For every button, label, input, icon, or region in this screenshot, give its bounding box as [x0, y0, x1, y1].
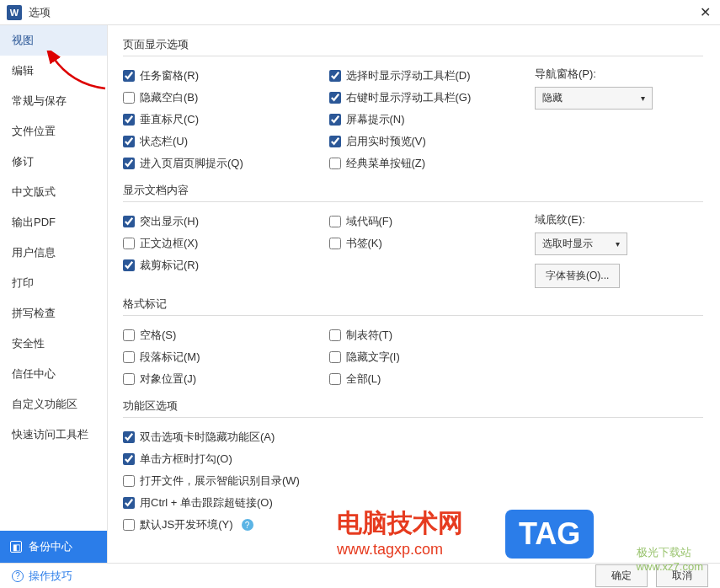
backup-label: 备份中心	[29, 539, 72, 554]
chevron-down-icon: ▾	[616, 239, 620, 249]
chk-hidden-text[interactable]: 隐藏文字(I)	[329, 346, 536, 368]
divider	[123, 417, 703, 418]
field-shading-dropdown[interactable]: 选取时显示 ▾	[535, 233, 627, 255]
section-title: 功能区选项	[123, 398, 703, 414]
sidebar-item-edit[interactable]: 编辑	[0, 56, 107, 86]
footer: ? 操作技巧 确定 取消	[0, 563, 720, 588]
sidebar-item-user-info[interactable]: 用户信息	[0, 238, 107, 268]
sidebar-item-spellcheck[interactable]: 拼写检查	[0, 298, 107, 329]
help-icon: ?	[12, 570, 24, 582]
chk-field-codes[interactable]: 域代码(F)	[329, 211, 536, 233]
section-ribbon-options: 功能区选项 双击选项卡时隐藏功能区(A) 单击方框时打勾(O) 打开文件，展示智…	[123, 398, 703, 536]
chk-live-preview[interactable]: 启用实时预览(V)	[329, 131, 536, 152]
close-icon[interactable]: ✕	[696, 4, 713, 21]
section-format-marks: 格式标记 空格(S) 段落标记(M) 对象位置(J) 制表符(T) 隐藏文字(I…	[123, 297, 703, 390]
chk-click-box-tick[interactable]: 单击方框时打勾(O)	[123, 448, 703, 470]
chk-default-js-env[interactable]: 默认JS开发环境(Y)?	[123, 514, 703, 536]
chk-bookmarks[interactable]: 书签(K)	[329, 233, 536, 254]
chk-screen-tips[interactable]: 屏幕提示(N)	[329, 109, 536, 131]
operation-tips-link[interactable]: ? 操作技巧	[12, 569, 72, 584]
chk-open-show-toc[interactable]: 打开文件，展示智能识别目录(W)	[123, 470, 703, 492]
section-title: 页面显示选项	[123, 37, 703, 52]
sidebar-item-file-location[interactable]: 文件位置	[0, 116, 107, 147]
section-title: 显示文档内容	[123, 183, 703, 198]
backup-icon: ◧	[10, 541, 22, 553]
app-icon: W	[7, 5, 22, 20]
chk-select-float-toolbar[interactable]: 选择时显示浮动工具栏(D)	[329, 65, 536, 87]
chk-status-bar[interactable]: 状态栏(U)	[123, 131, 329, 152]
sidebar-items: 视图 编辑 常规与保存 文件位置 修订 中文版式 输出PDF 用户信息 打印 拼…	[0, 25, 107, 531]
section-page-display: 页面显示选项 任务窗格(R) 隐藏空白(B) 垂直标尺(C) 状态栏(U) 进入…	[123, 37, 703, 174]
content-panel: 页面显示选项 任务窗格(R) 隐藏空白(B) 垂直标尺(C) 状态栏(U) 进入…	[108, 25, 720, 563]
cancel-button[interactable]: 取消	[656, 564, 708, 587]
sidebar-item-chinese-layout[interactable]: 中文版式	[0, 177, 107, 207]
sidebar-item-security[interactable]: 安全性	[0, 329, 107, 359]
section-doc-content: 显示文档内容 突出显示(H) 正文边框(X) 裁剪标记(R) 域代码(F) 书签…	[123, 183, 703, 288]
sidebar-item-view[interactable]: 视图	[0, 25, 107, 56]
chk-all[interactable]: 全部(L)	[329, 368, 536, 390]
chk-task-pane[interactable]: 任务窗格(R)	[123, 65, 329, 87]
chk-highlight[interactable]: 突出显示(H)	[123, 211, 329, 233]
chk-paragraph-marks[interactable]: 段落标记(M)	[123, 346, 329, 368]
sidebar-item-trust-center[interactable]: 信任中心	[0, 359, 107, 389]
backup-center-button[interactable]: ◧ 备份中心	[0, 531, 107, 563]
sidebar-item-print[interactable]: 打印	[0, 268, 107, 298]
chk-classic-menu[interactable]: 经典菜单按钮(Z)	[329, 152, 536, 174]
divider	[123, 201, 703, 202]
sidebar-item-general-save[interactable]: 常规与保存	[0, 86, 107, 116]
chk-dblclick-hide-ribbon[interactable]: 双击选项卡时隐藏功能区(A)	[123, 426, 703, 448]
ok-button[interactable]: 确定	[595, 564, 648, 587]
chk-object-position[interactable]: 对象位置(J)	[123, 368, 329, 390]
nav-pane-dropdown[interactable]: 隐藏 ▾	[535, 87, 653, 110]
field-shading-label: 域底纹(E):	[535, 211, 703, 233]
chk-tabs[interactable]: 制表符(T)	[329, 324, 536, 346]
sidebar-item-quick-access[interactable]: 快速访问工具栏	[0, 420, 107, 450]
divider	[123, 315, 703, 316]
chk-header-footer-tip[interactable]: 进入页眉页脚提示(Q)	[123, 152, 329, 174]
chevron-down-icon: ▾	[641, 94, 645, 103]
chk-hide-blank[interactable]: 隐藏空白(B)	[123, 87, 329, 109]
sidebar-item-output-pdf[interactable]: 输出PDF	[0, 207, 107, 238]
sidebar-item-revision[interactable]: 修订	[0, 147, 107, 177]
chk-text-border[interactable]: 正文边框(X)	[123, 233, 329, 254]
section-title: 格式标记	[123, 297, 703, 312]
sidebar-item-custom-ribbon[interactable]: 自定义功能区	[0, 389, 107, 420]
chk-spaces[interactable]: 空格(S)	[123, 324, 329, 346]
info-icon[interactable]: ?	[242, 519, 253, 531]
chk-crop-marks[interactable]: 裁剪标记(R)	[123, 254, 329, 276]
titlebar: W 选项 ✕	[0, 0, 720, 25]
chk-ctrl-click-hyperlink[interactable]: 用Ctrl + 单击跟踪超链接(O)	[123, 492, 703, 514]
chk-vertical-ruler[interactable]: 垂直标尺(C)	[123, 109, 329, 131]
window-title: 选项	[29, 5, 696, 20]
main-area: 视图 编辑 常规与保存 文件位置 修订 中文版式 输出PDF 用户信息 打印 拼…	[0, 25, 720, 563]
divider	[123, 56, 703, 56]
chk-rightclick-float-toolbar[interactable]: 右键时显示浮动工具栏(G)	[329, 87, 536, 109]
sidebar: 视图 编辑 常规与保存 文件位置 修订 中文版式 输出PDF 用户信息 打印 拼…	[0, 25, 108, 563]
font-substitute-button[interactable]: 字体替换(O)...	[535, 264, 620, 288]
nav-pane-label: 导航窗格(P):	[535, 65, 703, 87]
